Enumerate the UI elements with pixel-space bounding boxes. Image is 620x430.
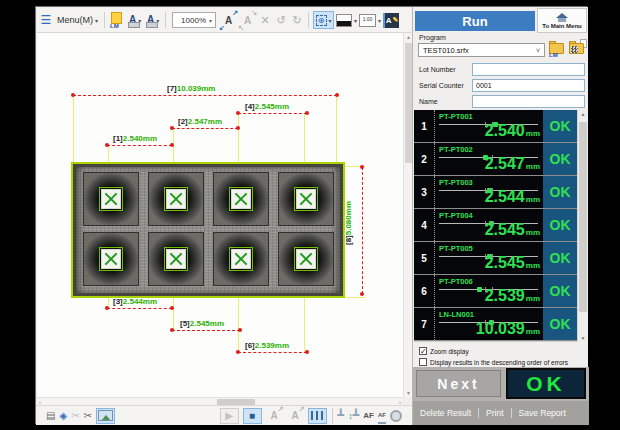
to-main-menu-label: To Main Menu [542,23,582,29]
result-row[interactable]: 1 PT-PT0012.540mm OK [414,110,577,143]
home-icon [556,13,568,22]
separator [104,12,105,28]
measured-pad [232,250,250,268]
dimension-line [73,95,337,96]
to-main-menu-button[interactable]: To Main Menu [537,8,587,33]
arrow-icon: ↗ [299,405,305,413]
measured-pad [102,250,120,268]
result-unit: mm [526,294,540,303]
menu-button[interactable]: Menu(M) [55,10,100,30]
measured-pad [167,250,185,268]
results-scrollbar[interactable]: ▲ ▼ [577,110,588,342]
redo-icon[interactable]: ↻ [290,10,304,30]
scroll-up-icon[interactable]: ▲ [578,111,588,117]
footer-bar: Delete Result Print Save Report [413,401,589,425]
hamburger-menu-icon[interactable]: ☰ [39,10,53,30]
undo-icon[interactable]: ↺ [274,10,288,30]
measured-pad [297,190,315,208]
name-input[interactable] [472,95,585,108]
camera-lens-icon[interactable] [390,408,402,424]
measured-pad [167,190,185,208]
overall-status-display: OK [506,368,586,399]
serial-counter-input[interactable]: 0001 [472,79,585,92]
keyboard-icon[interactable]: ▤ [46,408,55,424]
run-play-button[interactable]: ▶ [220,408,239,424]
print-button[interactable]: Print [478,408,510,418]
save-report-button[interactable]: Save Report [511,408,573,418]
arrow-icon: ↖ [238,24,244,32]
delete-icon[interactable]: ✕ [258,10,272,30]
dimension-line [172,128,238,129]
x-marker-icon [234,252,248,266]
image-view-toggle[interactable] [96,408,115,424]
camera-image-viewer[interactable]: [7]10.039mm [4]2.545mm [2]2.547mm [1]2.5… [37,33,403,397]
result-row[interactable]: 3 PT-PT0032.544mm OK [414,176,577,209]
letter-a: A [225,15,232,26]
zoom-display-option[interactable]: ✓ Zoom display [419,346,469,356]
result-unit: mm [526,195,540,204]
histogram-toggle[interactable] [308,408,327,424]
viewer-horizontal-scrollbar[interactable]: ‹ › [37,397,403,405]
scroll-thumb[interactable] [405,43,412,163]
measured-pad [232,190,250,208]
print-settings-icon[interactable]: A [145,12,161,28]
lm-file-icon[interactable]: LM [109,12,125,28]
result-number: 6 [414,275,435,307]
run-stop-button[interactable]: ■ [243,408,262,424]
scale-window-shape: 1.00 [359,14,376,27]
cut-disabled-icon[interactable]: ✂ [71,408,79,424]
result-name: PT-PT003 [439,178,473,187]
stage-icon[interactable]: ┻ [338,408,345,424]
qr-shape [571,46,578,53]
annotation-edit-icon[interactable]: A✎ [383,13,399,28]
checkbox-unchecked-icon[interactable] [419,358,427,366]
cut-icon[interactable]: ✂ [84,408,92,424]
letter-a: A [244,15,251,26]
result-name: PT-PT002 [439,145,473,154]
results-list: 1 PT-PT0012.540mm OK 2 PT-PT0022.547mm O… [414,110,588,342]
checkbox-checked-icon[interactable]: ✓ [419,347,427,355]
extension-line [73,96,74,164]
result-status-badge: OK [543,308,577,340]
layers-icon[interactable]: ◈ [59,408,67,424]
scroll-thumb[interactable] [579,122,587,312]
result-row[interactable]: 5 PT-PT0052.545mm OK [414,242,577,275]
result-row[interactable]: 4 PT-PT0042.545mm OK [414,209,577,242]
sliders-icon [311,411,324,420]
open-program-code-icon[interactable] [569,40,586,54]
open-program-lm-icon[interactable]: LM [549,40,566,54]
result-status-badge: OK [543,143,577,175]
lot-number-input[interactable] [472,63,585,76]
program-combobox[interactable]: TEST010.srfx [418,43,545,57]
actual-size-icon[interactable]: ↘A↖ [239,12,256,29]
image-adjust-icon[interactable] [336,10,357,30]
autofocus-calibration-icon[interactable]: AF [378,408,386,424]
cavity-cell [83,232,139,286]
arrow-icon: ↗ [278,405,284,413]
scroll-down-icon[interactable]: ▼ [578,335,588,341]
descending-order-option[interactable]: Display results in the descending order … [419,357,568,367]
result-unit: mm [526,228,540,237]
save-settings-icon[interactable]: A [127,12,143,28]
window-scale-icon[interactable]: 1.00 [359,10,381,30]
result-name: PT-PT006 [439,277,473,286]
result-row[interactable]: 2 PT-PT0022.547mm OK [414,143,577,176]
result-row[interactable]: 7 LN-LN00110.039mm OK [414,308,577,341]
result-row[interactable]: 6 PT-PT0062.539mm OK [414,275,577,308]
cavity-cell [83,172,139,226]
dimension-label: [4]2.545mm [245,102,289,111]
result-number: 7 [414,308,435,340]
dimension-label: [6]2.539mm [245,341,289,350]
auto-measure-icon[interactable]: ↗A [266,408,283,424]
next-button[interactable]: Next [416,370,501,397]
result-unit: mm [526,129,540,138]
auto-measure-repeat-icon[interactable]: ↗A [287,408,304,424]
autofocus-button[interactable]: AF [363,408,374,424]
fit-to-screen-icon[interactable]: ↗A↙ [220,12,237,29]
stage-move-icon[interactable]: ↕┻ [348,408,359,424]
viewer-vertical-scrollbar[interactable]: ▲ ▼ [403,33,412,397]
edge-detection-icon[interactable]: ⊕ [313,11,334,29]
zoom-level-combobox[interactable]: 1000% [172,12,216,28]
delete-result-button[interactable]: Delete Result [413,408,478,418]
result-unit: mm [526,327,540,336]
